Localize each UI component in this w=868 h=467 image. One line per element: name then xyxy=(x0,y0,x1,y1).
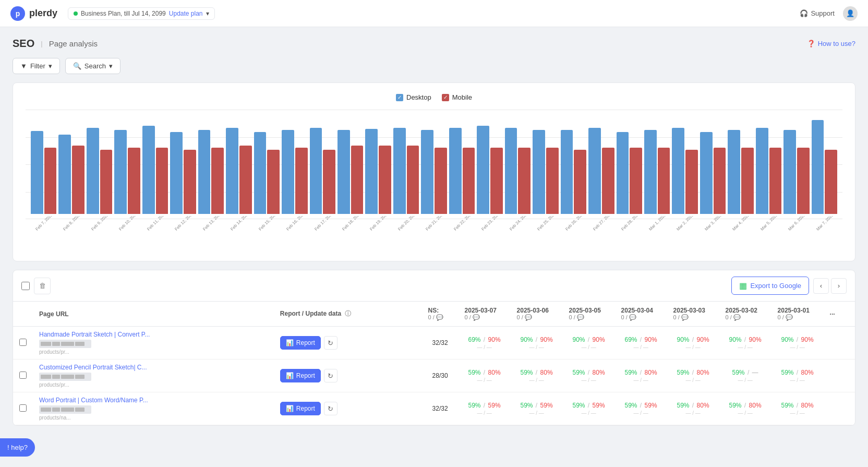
search-button[interactable]: 🔍 Search ▾ xyxy=(65,58,120,74)
desktop-bar[interactable] xyxy=(58,135,71,214)
thumbnail-block xyxy=(52,342,60,346)
mobile-bar[interactable] xyxy=(769,148,782,214)
row-2-checkbox[interactable] xyxy=(19,404,27,412)
support-button[interactable]: 🎧 Support xyxy=(800,9,835,17)
mobile-bar[interactable] xyxy=(351,146,364,214)
refresh-button[interactable]: ↻ xyxy=(324,336,337,350)
mobile-bar[interactable] xyxy=(685,150,698,214)
mobile-bar[interactable] xyxy=(630,148,642,214)
score-subline: — / — xyxy=(465,410,504,416)
mobile-label: Mobile xyxy=(452,93,472,101)
delete-button[interactable]: 🗑 xyxy=(34,278,51,294)
mobile-bar[interactable] xyxy=(574,150,586,214)
desktop-bar[interactable] xyxy=(31,131,43,214)
mobile-bar[interactable] xyxy=(714,148,726,214)
desktop-bar[interactable] xyxy=(756,128,768,214)
mobile-bar[interactable] xyxy=(44,148,57,214)
filter-button[interactable]: ▼ Filter ▾ xyxy=(13,58,60,74)
logo[interactable]: p plerdy xyxy=(10,6,57,21)
thumbnail-block xyxy=(61,342,74,346)
desktop-bar[interactable] xyxy=(617,132,629,214)
desktop-bar[interactable] xyxy=(533,130,545,214)
desktop-bar[interactable] xyxy=(812,120,824,214)
desktop-bar[interactable] xyxy=(142,126,155,214)
select-all-checkbox[interactable] xyxy=(21,282,30,290)
report-button[interactable]: 📊 Report xyxy=(280,336,321,350)
mobile-bar[interactable] xyxy=(658,148,670,214)
mobile-bar[interactable] xyxy=(211,148,224,214)
export-to-google-button[interactable]: ▦ Export to Google xyxy=(731,277,809,295)
mobile-bar[interactable] xyxy=(797,148,810,214)
score-subline: — / — xyxy=(673,377,713,383)
mobile-bar[interactable] xyxy=(741,148,754,214)
desktop-bar[interactable] xyxy=(337,130,350,214)
refresh-button[interactable]: ↻ xyxy=(324,402,337,415)
score-s2: 80% xyxy=(801,369,814,376)
desktop-bar[interactable] xyxy=(198,130,211,214)
page-url-link[interactable]: Handmade Portrait Sketch | Convert P... xyxy=(39,331,164,338)
desktop-bar[interactable] xyxy=(449,128,462,214)
desktop-bar[interactable] xyxy=(477,126,489,214)
refresh-button[interactable]: ↻ xyxy=(324,369,337,382)
mobile-bar[interactable] xyxy=(546,148,559,214)
desktop-bar[interactable] xyxy=(505,128,517,214)
info-icon: ⓘ xyxy=(345,310,351,317)
user-avatar[interactable]: 👤 xyxy=(843,6,858,21)
desktop-bar[interactable] xyxy=(561,130,573,214)
desktop-bar[interactable] xyxy=(254,132,267,214)
mobile-bar[interactable] xyxy=(267,150,280,214)
bar-group xyxy=(728,130,753,214)
desktop-bar[interactable] xyxy=(421,130,433,214)
desktop-bar[interactable] xyxy=(588,128,601,214)
mobile-bar[interactable] xyxy=(295,148,308,214)
next-arrow-button[interactable]: › xyxy=(831,278,847,294)
desktop-bar[interactable] xyxy=(393,128,406,214)
prev-arrow-button[interactable]: ‹ xyxy=(813,278,829,294)
mobile-bar[interactable] xyxy=(72,146,85,214)
desktop-bar[interactable] xyxy=(114,130,127,214)
page-url-link[interactable]: Customized Pencil Portrait Sketch| C... xyxy=(39,364,164,371)
table-scroll-container[interactable]: Page URL Report / Update data ⓘ NS: 0 / … xyxy=(13,302,855,425)
desktop-bar[interactable] xyxy=(644,130,657,214)
export-label: Export to Google xyxy=(750,282,801,290)
desktop-bar[interactable] xyxy=(783,130,796,214)
desktop-bar[interactable] xyxy=(700,132,713,214)
mobile-bar[interactable] xyxy=(407,146,419,214)
row-1-checkbox[interactable] xyxy=(19,372,27,379)
page-url-link[interactable]: Word Portrait | Custom Word/Name P... xyxy=(39,397,164,404)
desktop-bar[interactable] xyxy=(728,130,740,214)
desktop-bar[interactable] xyxy=(310,128,322,214)
mobile-bar[interactable] xyxy=(128,148,140,214)
mobile-bar[interactable] xyxy=(435,148,447,214)
chart-section: ✓ Desktop ✓ Mobile Feb 7, 2025Feb 8, 202… xyxy=(13,82,855,261)
score-s1: 59% xyxy=(625,402,637,409)
mobile-bar[interactable] xyxy=(602,148,614,214)
mobile-bar[interactable] xyxy=(463,148,475,214)
desktop-bar[interactable] xyxy=(365,129,378,214)
mobile-bar[interactable] xyxy=(184,150,196,214)
desktop-checkbox[interactable]: ✓ xyxy=(396,94,403,101)
desktop-bar[interactable] xyxy=(226,128,238,214)
desktop-bar[interactable] xyxy=(672,128,684,214)
report-button[interactable]: 📊 Report xyxy=(280,402,321,415)
table-section: 🗑 ▦ Export to Google ‹ › Page URL xyxy=(13,270,855,426)
report-button[interactable]: 📊 Report xyxy=(280,369,321,382)
mobile-bar[interactable] xyxy=(518,148,531,214)
mobile-bar[interactable] xyxy=(100,150,113,214)
how-to-use-link[interactable]: ❓ How to use? xyxy=(807,40,855,47)
mobile-bar[interactable] xyxy=(156,148,168,214)
mobile-bar[interactable] xyxy=(239,146,252,214)
mobile-bar[interactable] xyxy=(825,150,837,214)
score-subline: — / — xyxy=(673,410,713,416)
search-label: Search xyxy=(85,62,106,70)
row-0-checkbox[interactable] xyxy=(19,339,27,346)
mobile-bar[interactable] xyxy=(379,146,391,214)
mobile-bar[interactable] xyxy=(323,150,335,214)
plan-badge[interactable]: Business Plan, till Jul 14, 2099 Update … xyxy=(68,7,214,20)
desktop-bar[interactable] xyxy=(282,130,294,214)
mobile-bar[interactable] xyxy=(490,148,503,214)
desktop-bar[interactable] xyxy=(170,132,183,214)
desktop-bar[interactable] xyxy=(87,128,99,214)
mobile-checkbox[interactable]: ✓ xyxy=(442,94,449,101)
update-plan-link[interactable]: Update plan xyxy=(169,10,203,17)
